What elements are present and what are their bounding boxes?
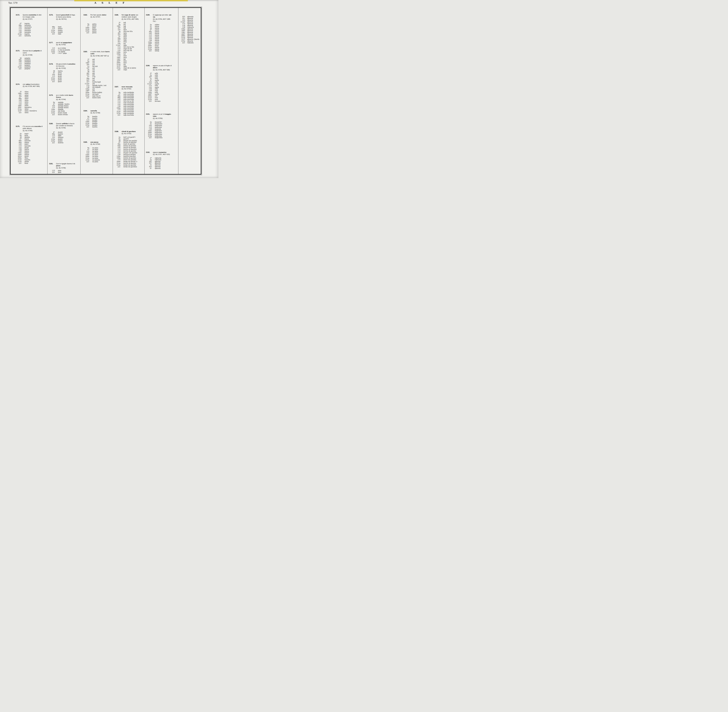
dialect-form: gríeṣ [55,72,62,74]
dialect-row: 105śpónǧa frę́śča [49,105,80,107]
dialect-form: ǧámba [22,136,30,138]
entry-title: Per fare questo dolce(Q. ALI 5747) [90,14,106,18]
entry-header: 3172.Questa costoletta di vitel-lo è tro… [16,14,47,20]
location-code: 105 [146,125,152,126]
entry-title: Ci aggiungo poi erbe: sal-via(Q. ALI 575… [153,14,172,22]
entry-number: 3188. [115,131,119,132]
dialect-form: tǫ́k̓u̯ [120,34,127,36]
dialect-row: 212adisfrít [49,138,80,140]
dialect-row: 105miǧorána [146,125,178,126]
tav-label: Tav. 579 [8,1,18,4]
dialect-row: 40*tǫ́čǫ [115,33,144,34]
dialect-row: 23*ǫnt [83,67,112,69]
entry-header: 3174.con salsa di pomodoro(Q. ALI 5739, … [16,83,47,88]
dialect-row: 209aśávi̯a [146,45,178,47]
dialect-row: 9anóla moškáḍa [115,92,144,93]
location-code: 47 [16,138,22,140]
dialect-form: śpǫ́nǧę [55,108,63,110]
location-code: 212a [49,110,55,112]
dialect-row: 2*rǫʃmaríṇ [146,157,178,159]
dialect-form: polpéte [22,68,30,70]
dialect-form: śúgo de la kárne [120,67,136,69]
entry-ref: (Q. ALI 5752) [121,88,131,90]
dialect-form: śálvie [152,43,159,45]
entry-ref: (Q. ALI 5747) [90,16,100,18]
location-code: 212a [115,64,120,65]
dialect-form: diʃlít [55,135,61,137]
location-code: 47 [49,103,55,105]
dialect-form: kųę́śta [22,33,30,35]
entry-number: 3174. [16,83,20,85]
dialect-row: 105kośtoléta [16,26,47,28]
entry-rows: 47distrít68aku̯ínče115diʃlít122śkaltrít2… [49,131,80,144]
entry-3191: 3191.oppure un po' di maggio-rana(Q. ALI… [146,113,178,139]
dialect-row: 215agrię́ś [49,79,80,81]
dialect-form: diśfríto [55,142,64,144]
dialect-row: 138śálvi̯a [146,40,178,42]
location-code: 19b* [16,93,22,95]
location-code: 19b* [83,62,89,64]
location-code: 215a [115,164,120,166]
dialect-form: śálvi̯a [152,40,159,42]
dialect-row: 215abróke de garóful [115,164,144,166]
dialect-row: 221śálvi̯a [146,50,178,52]
location-code: 221 [16,68,22,70]
dialect-form: toč [120,24,126,25]
dialect-form: śúgo [120,69,127,71]
dialect-form: au̯rǻr [152,80,159,81]
entry-number: 3177. [49,42,53,44]
location-code: 9a [115,24,120,25]
location-code: 138 [180,27,185,28]
dialect-row: 138kotolę́ta [16,31,47,33]
dialect-form: orǻr [152,74,158,76]
location-code: 122 [16,30,22,31]
entry-rows: 47kųę́ste68akotoléte105kośtoléta115kotol… [16,23,47,37]
entry-title: Questa costoletta di vitel-lo è troppo c… [23,14,42,20]
entry-ref: (Q. ALI 5755, AIS* 598) [153,69,170,71]
dialect-form: maʃorána [152,132,162,134]
dialect-row: 221kotoléta [16,35,47,37]
dialect-form: au̯rǻr [152,83,159,85]
location-code: 221 [16,162,22,164]
entry-number: 3180. [49,123,53,125]
entry-3188: 3188.chiodi di garofano(Q. ALI 5753)2abr… [115,131,144,168]
entry-ref: (Q. ALI 5756) [153,117,163,119]
dialect-form: pi̯eṇ [55,172,61,173]
entry-rows: 2akųę́ṣᵊ9akóṣa38ǧámba47kųę́ṣe68aku̯eṣúte… [16,133,47,164]
dialect-row: 221śúgo [115,69,144,71]
location-code: 9a [83,147,89,149]
location-code: 2a [115,136,120,138]
highlight-band [74,0,188,1]
entry-header: 3192.oppure rosmarino(Q. ALI 5757, AIS* … [146,151,178,156]
dialect-row: 105kųésᵃ [16,143,47,145]
entry-title: se ci metto molto burrofresco(Q. ALI 574… [56,94,73,100]
entry-number: 3182. [83,14,87,16]
dialect-form: oʃmaríṇ [152,168,161,169]
dialect-row: 38tóčǫ de číča [115,31,144,33]
dialect-form: polpę́tiś [22,61,31,63]
entry-header: 3175.C'è ancora una coscetta dipollo all… [16,125,47,132]
entry-3174: 3174.con salsa di pomodoro(Q. ALI 5739, … [16,83,47,114]
dialect-row: 38ont [83,71,112,73]
dialect-row: 9apášta [83,23,112,25]
dialect-row: 112a*au̯rǻr [146,83,178,85]
dialect-row: 221maǧurána [146,137,178,139]
entry-ref: (Q. ALI 5742) [56,44,66,46]
dialect-row: 47kanéle [83,117,112,119]
location-code: 213* [115,65,120,67]
dialect-row: 215adiśfrít [49,140,80,142]
dialect-form: ku̯ínče [55,133,63,135]
dialect-form: diśfrít [55,140,62,142]
location-code: 209a [146,132,152,134]
entry-ref: (Q. ALI 5740) [23,130,33,131]
dialect-row: 19b*ont [83,62,112,64]
entry-header: 3189.Ci aggiungo poi erbe: sal-via(Q. AL… [146,14,178,22]
location-code: 38 [83,71,89,73]
dialect-form: ṣpǫ́nǧe / butíro [55,103,70,105]
entry-header: 3182.Per fare questo dolce(Q. ALI 5747) [83,14,112,18]
location-code: 23 [83,65,89,67]
dialect-form: páśta [89,32,96,34]
entry-rows: 2amaʒaránᵒ31meʒeráne105miǧorána115meʃorá… [146,121,178,139]
dialect-row: 212aśálvi̯a [146,47,178,48]
location-code: 144a [49,108,55,110]
